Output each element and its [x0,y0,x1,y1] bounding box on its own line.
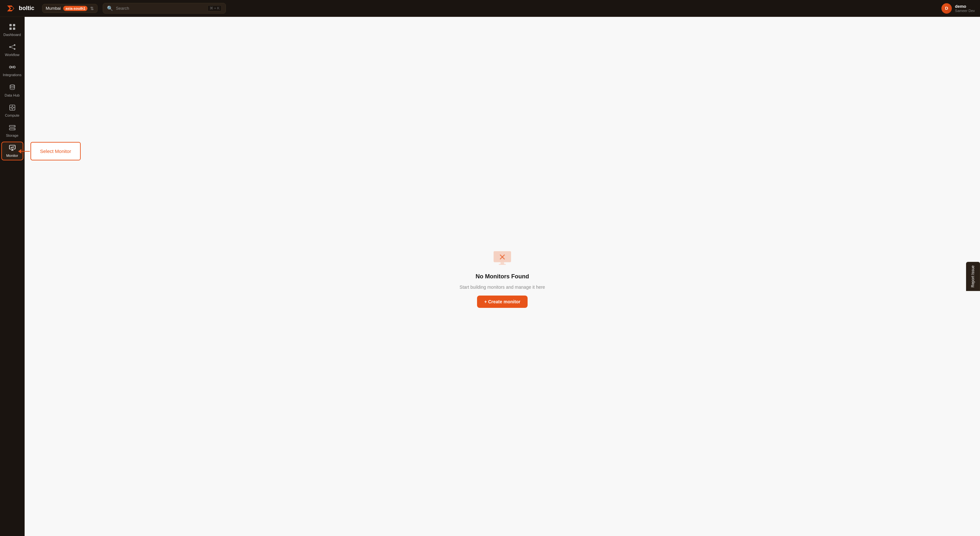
sidebar-item-workflow-label: Workflow [5,53,19,57]
svg-line-11 [11,47,14,49]
integrations-icon [9,64,16,72]
sidebar-item-storage-label: Storage [6,134,19,138]
svg-rect-3 [10,24,12,26]
select-monitor-tooltip[interactable]: Select Monitor [30,142,81,161]
logo-text: boltic [19,5,34,12]
sidebar-item-monitor-label: Monitor [6,154,18,158]
svg-rect-28 [501,262,504,264]
sidebar-item-integrations[interactable]: Integrations [1,61,23,80]
search-shortcut-badge: ⌘ + K [207,5,222,11]
sidebar-item-compute[interactable]: Compute [1,102,23,120]
dashboard-icon [9,23,16,32]
search-icon: 🔍 [107,5,113,11]
user-info: demo Sameer Dev [955,4,975,13]
svg-line-10 [11,45,14,47]
broken-monitor-illustration [491,245,514,269]
svg-rect-29 [499,264,506,265]
svg-point-14 [10,84,14,86]
tooltip-arrow [21,151,30,152]
sidebar-item-dashboard[interactable]: Dashboard [1,21,23,40]
sidebar-item-monitor[interactable]: Monitor Select Monitor [1,142,23,161]
svg-point-13 [13,66,15,68]
workflow-icon [9,43,16,51]
content-area: No Monitors Found Start building monitor… [25,17,980,536]
logo-area[interactable]: boltic [5,3,34,14]
user-sub: Sameer Dev [955,9,975,13]
svg-point-7 [9,46,11,48]
sidebar-item-datahub-label: Data Hub [5,93,19,97]
svg-point-9 [14,48,15,50]
sidebar-item-dashboard-label: Dashboard [3,33,21,37]
svg-point-16 [11,107,13,108]
report-issue-button[interactable]: Report Issue [966,262,980,291]
user-name: demo [955,4,975,9]
svg-point-8 [14,45,15,46]
svg-rect-5 [10,27,12,30]
empty-state-subtitle: Start building monitors and manage it he… [460,285,545,290]
svg-point-24 [14,129,14,129]
chevron-icon: ⇅ [90,6,94,11]
main-container: Dashboard Workflow Integrations Data Hub [0,17,980,536]
avatar: D [942,3,952,14]
sidebar-item-workflow[interactable]: Workflow [1,41,23,60]
region-selector[interactable]: Mumbai asia-south1 ⇅ [42,4,97,13]
create-monitor-button[interactable]: + Create monitor [477,296,528,308]
storage-icon [9,124,16,132]
region-name: Mumbai [46,6,60,11]
user-area[interactable]: D demo Sameer Dev [942,3,975,14]
sidebar-item-datahub[interactable]: Data Hub [1,81,23,100]
svg-point-23 [14,126,14,126]
svg-point-12 [10,66,11,68]
sidebar-item-storage[interactable]: Storage [1,121,23,140]
region-badge: asia-south1 [63,6,88,11]
sidebar-item-compute-label: Compute [5,113,19,118]
empty-state: No Monitors Found Start building monitor… [460,245,545,308]
sidebar: Dashboard Workflow Integrations Data Hub [0,17,25,536]
monitor-icon [9,144,16,152]
sidebar-item-integrations-label: Integrations [3,73,21,77]
compute-icon [9,104,16,112]
datahub-icon [9,84,16,92]
search-bar[interactable]: 🔍 Search ⌘ + K [103,3,226,14]
svg-rect-4 [13,24,15,26]
header: boltic Mumbai asia-south1 ⇅ 🔍 Search ⌘ +… [0,0,980,17]
svg-rect-6 [13,27,15,30]
search-placeholder-text: Search [116,6,205,11]
boltic-logo-icon [5,3,16,14]
empty-state-title: No Monitors Found [476,273,529,280]
tooltip-text: Select Monitor [40,148,71,154]
